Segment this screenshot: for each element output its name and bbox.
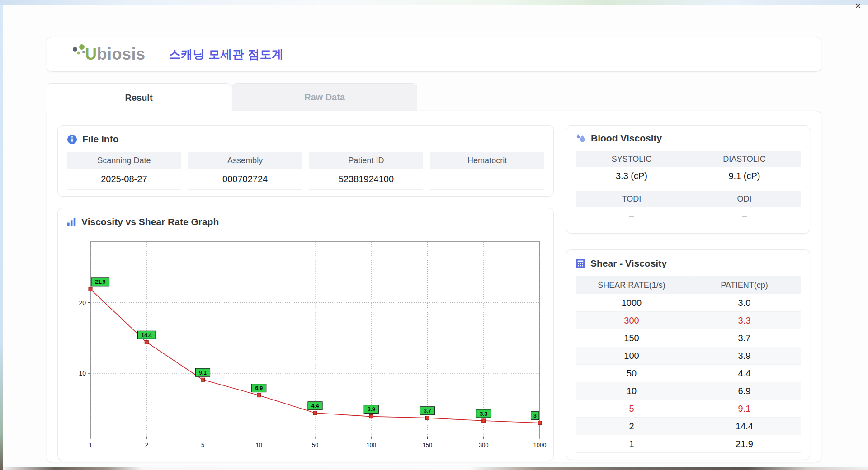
svg-text:14.4: 14.4 bbox=[142, 332, 152, 338]
blood-viscosity-title: Blood Viscosity bbox=[591, 133, 662, 144]
sv-row: 504.4 bbox=[576, 365, 801, 382]
file-info-fields: Scanning Date2025-08-27Assembly000702724… bbox=[67, 152, 544, 190]
field-label: Patient ID bbox=[309, 152, 424, 169]
bv-header: ODI bbox=[688, 191, 801, 207]
svg-text:2: 2 bbox=[145, 442, 148, 448]
file-info-card: File Info Scanning Date2025-08-27Assembl… bbox=[57, 125, 554, 197]
info-icon bbox=[67, 134, 77, 145]
window-left-edge bbox=[0, 5, 3, 470]
bv-header: TODI bbox=[576, 191, 688, 207]
shear-viscosity-title-row: Shear - Viscosity bbox=[576, 257, 801, 270]
svg-text:1000: 1000 bbox=[533, 442, 547, 448]
sv-patient-value: 3.7 bbox=[688, 329, 801, 347]
bv-header: SYSTOLIC bbox=[576, 151, 688, 167]
sv-row: 121.9 bbox=[576, 435, 801, 453]
bv-value: – bbox=[576, 207, 688, 225]
sv-patient-value: 3.0 bbox=[688, 294, 801, 312]
ubiosis-logo: Ubiosis bbox=[70, 46, 146, 62]
chart-holder: 10201251050100150300100021.914.49.16.94.… bbox=[67, 239, 544, 455]
sv-shear-value: 150 bbox=[576, 329, 688, 347]
field-label: Assembly bbox=[188, 152, 302, 169]
close-button[interactable]: × bbox=[852, 0, 864, 12]
page-title: 스캐닝 모세관 점도계 bbox=[169, 47, 284, 62]
sv-shear-value: 300 bbox=[576, 312, 688, 329]
svg-text:300: 300 bbox=[479, 442, 489, 448]
blood-viscosity-title-row: Blood Viscosity bbox=[576, 132, 801, 145]
graph-title-row: Viscosity vs Shear Rate Graph bbox=[67, 216, 544, 228]
svg-text:10: 10 bbox=[79, 370, 86, 377]
bv-header: DIASTOLIC bbox=[688, 151, 801, 167]
calculator-icon bbox=[576, 258, 585, 268]
bv-value: – bbox=[688, 207, 801, 225]
file-info-field: Assembly000702724 bbox=[188, 152, 302, 190]
svg-text:6.9: 6.9 bbox=[255, 385, 263, 391]
sv-shear-value: 1 bbox=[576, 435, 688, 453]
svg-text:4.4: 4.4 bbox=[311, 403, 319, 409]
tab-result[interactable]: Result bbox=[47, 83, 231, 112]
field-value bbox=[430, 169, 544, 190]
svg-text:3.3: 3.3 bbox=[480, 411, 487, 417]
shear-viscosity-card: Shear - Viscosity SHEAR RATE(1/s)PATIENT… bbox=[566, 249, 810, 460]
svg-text:3.7: 3.7 bbox=[424, 408, 431, 414]
sv-header-row: SHEAR RATE(1/s)PATIENT(cp) bbox=[576, 276, 801, 294]
sv-row: 214.4 bbox=[576, 418, 801, 435]
svg-text:100: 100 bbox=[366, 442, 376, 448]
file-info-field: Scanning Date2025-08-27 bbox=[67, 152, 181, 190]
window-top-gradient bbox=[0, 0, 868, 5]
sv-patient-value: 4.4 bbox=[688, 365, 801, 382]
file-info-title: File Info bbox=[82, 134, 119, 145]
svg-text:9.1: 9.1 bbox=[199, 370, 207, 376]
svg-text:150: 150 bbox=[423, 442, 433, 448]
app-window: × Ubiosis 스캐닝 모세관 점도계 Result Raw Data Fi… bbox=[0, 0, 868, 470]
tab-raw-data[interactable]: Raw Data bbox=[232, 83, 417, 111]
file-info-title-row: File Info bbox=[67, 133, 544, 146]
blood-viscosity-card: Blood Viscosity SYSTOLICDIASTOLIC3.3 (cP… bbox=[566, 125, 810, 234]
svg-text:50: 50 bbox=[312, 442, 318, 448]
sv-row: 1503.7 bbox=[576, 329, 801, 347]
sv-row: 1003.9 bbox=[576, 347, 801, 365]
sv-col-header: PATIENT(cp) bbox=[688, 276, 801, 294]
logo-text: Ubiosis bbox=[85, 46, 146, 62]
graph-title: Viscosity vs Shear Rate Graph bbox=[81, 216, 219, 227]
bv-value: 9.1 (cP) bbox=[688, 167, 801, 185]
sv-patient-value: 9.1 bbox=[688, 400, 801, 418]
sv-shear-value: 100 bbox=[576, 347, 688, 365]
sv-shear-value: 50 bbox=[576, 365, 688, 382]
sv-col-header: SHEAR RATE(1/s) bbox=[576, 276, 688, 294]
shear-viscosity-table: SHEAR RATE(1/s)PATIENT(cp)10003.03003.31… bbox=[576, 276, 801, 453]
sv-shear-value: 10 bbox=[576, 382, 688, 400]
bv-header-row: TODIODI bbox=[576, 191, 801, 207]
sv-patient-value: 3.3 bbox=[688, 312, 801, 329]
header-card: Ubiosis 스캐닝 모세관 점도계 bbox=[47, 37, 821, 72]
window-bottom-edge bbox=[3, 467, 868, 470]
blood-viscosity-table: SYSTOLICDIASTOLIC3.3 (cP)9.1 (cP)TODIODI… bbox=[576, 151, 801, 225]
field-label: Scanning Date bbox=[67, 152, 181, 169]
sv-shear-value: 5 bbox=[576, 400, 688, 418]
bv-value-row: 3.3 (cP)9.1 (cP) bbox=[576, 167, 801, 185]
sv-patient-value: 14.4 bbox=[688, 418, 801, 435]
file-info-field: Patient ID52381924100 bbox=[309, 152, 424, 190]
sv-shear-value: 2 bbox=[576, 418, 688, 435]
bv-header-row: SYSTOLICDIASTOLIC bbox=[576, 151, 801, 167]
sv-patient-value: 3.9 bbox=[688, 347, 801, 365]
sv-row: 59.1 bbox=[576, 400, 801, 418]
water-drop-icon bbox=[576, 133, 586, 144]
field-label: Hematocrit bbox=[430, 152, 544, 169]
svg-text:3: 3 bbox=[533, 413, 537, 419]
svg-text:5: 5 bbox=[201, 442, 204, 448]
file-info-field: Hematocrit bbox=[430, 152, 544, 190]
bv-value: 3.3 (cP) bbox=[576, 167, 688, 185]
sv-row: 10003.0 bbox=[576, 294, 801, 312]
shear-viscosity-title: Shear - Viscosity bbox=[590, 258, 667, 269]
sv-patient-value: 21.9 bbox=[688, 435, 801, 453]
svg-text:21.9: 21.9 bbox=[95, 279, 106, 285]
svg-text:20: 20 bbox=[79, 299, 86, 306]
bv-value-row: –– bbox=[576, 207, 801, 225]
sv-row: 3003.3 bbox=[576, 312, 801, 329]
sv-row: 106.9 bbox=[576, 382, 801, 400]
svg-text:3.9: 3.9 bbox=[368, 406, 375, 413]
svg-text:1: 1 bbox=[89, 442, 92, 448]
field-value: 000702724 bbox=[188, 169, 302, 190]
field-value: 2025-08-27 bbox=[67, 169, 181, 190]
bar-chart-icon bbox=[67, 217, 76, 227]
